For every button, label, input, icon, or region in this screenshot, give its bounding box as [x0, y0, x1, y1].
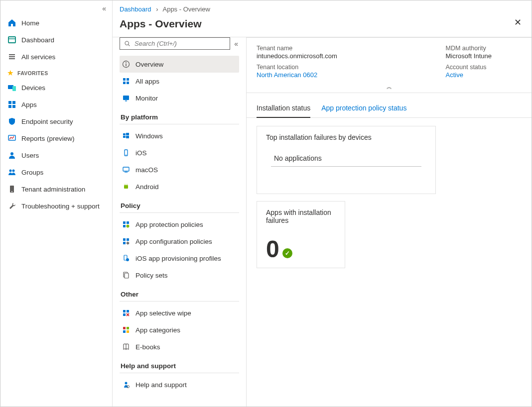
- svg-rect-36: [124, 185, 128, 189]
- svg-rect-40: [127, 221, 129, 224]
- svg-rect-7: [8, 101, 11, 104]
- nav-label: Devices: [21, 84, 45, 92]
- section-other: Other: [120, 284, 239, 302]
- subnav-monitor[interactable]: Monitor: [120, 90, 239, 106]
- close-button[interactable]: ✕: [511, 17, 525, 28]
- subnav-app-categories[interactable]: App categories: [120, 321, 239, 338]
- subnav-windows[interactable]: Windows: [120, 127, 239, 144]
- nav-users[interactable]: Users: [0, 147, 112, 164]
- subnav-ios[interactable]: iOS: [120, 144, 239, 161]
- user-icon: [7, 151, 16, 160]
- svg-point-17: [125, 41, 129, 45]
- subnav-selective-wipe[interactable]: App selective wipe: [120, 305, 239, 321]
- mdm-authority-label: MDM authority: [446, 45, 492, 52]
- nav-all-services[interactable]: All services: [0, 48, 112, 65]
- app-config-icon: [122, 237, 131, 246]
- home-icon: [7, 18, 16, 27]
- search-box[interactable]: [120, 37, 230, 50]
- svg-rect-55: [123, 313, 126, 316]
- nav-tenant-admin[interactable]: Tenant administration: [0, 181, 112, 198]
- subnav-label: Windows: [135, 132, 163, 140]
- svg-rect-45: [123, 242, 126, 244]
- subnav-overview[interactable]: Overview: [120, 56, 239, 73]
- info-icon: [122, 60, 131, 69]
- tab-app-protection-status[interactable]: App protection policy status: [321, 104, 406, 117]
- categories-icon: [122, 325, 131, 334]
- primary-sidebar: « Home Dashboard All services ★ FAVORITE…: [0, 0, 113, 407]
- svg-point-60: [125, 382, 128, 385]
- svg-rect-29: [126, 133, 129, 135]
- nav-dashboard[interactable]: Dashboard: [0, 31, 112, 48]
- subpanel-collapse-button[interactable]: «: [233, 40, 239, 48]
- svg-rect-0: [8, 37, 15, 43]
- tab-bar: Installation status App protection polic…: [247, 93, 532, 118]
- nav-label: Home: [21, 19, 39, 27]
- account-status-value[interactable]: Active: [446, 71, 492, 79]
- subnav-ios-provisioning[interactable]: iOS app provisioning profiles: [120, 250, 239, 267]
- nav-devices[interactable]: Devices: [0, 79, 112, 96]
- subnav-label: Policy sets: [135, 272, 168, 279]
- svg-rect-22: [123, 78, 126, 81]
- nav-label: All services: [21, 53, 55, 61]
- svg-rect-41: [123, 225, 126, 227]
- page-title: Apps - Overview: [113, 15, 209, 37]
- subnav-label: Android: [135, 183, 159, 191]
- sidebar-collapse-button[interactable]: «: [0, 4, 112, 14]
- nav-label: Reports (preview): [21, 135, 75, 142]
- nav-troubleshooting[interactable]: Troubleshooting + support: [0, 198, 112, 214]
- svg-point-33: [126, 154, 127, 155]
- nav-home[interactable]: Home: [0, 14, 112, 31]
- svg-line-18: [129, 45, 130, 46]
- search-input[interactable]: [134, 40, 226, 47]
- subnav-help-support[interactable]: Help and support: [120, 376, 239, 393]
- tenant-admin-icon: [7, 185, 16, 194]
- subnav-app-protection[interactable]: App protection policies: [120, 216, 239, 233]
- subnav-label: iOS app provisioning profiles: [135, 255, 221, 262]
- secondary-sidebar: « Overview All apps: [113, 37, 247, 407]
- svg-rect-34: [123, 167, 129, 171]
- wrench-icon: [7, 202, 16, 210]
- svg-rect-58: [123, 330, 126, 333]
- svg-rect-52: [125, 273, 129, 278]
- monitor-icon: [122, 94, 131, 102]
- subnav-label: App categories: [135, 326, 180, 334]
- mdm-authority-value: Microsoft Intune: [446, 52, 492, 60]
- nav-endpoint-security[interactable]: Endpoint security: [0, 113, 112, 130]
- groups-icon: [7, 168, 16, 177]
- svg-rect-25: [127, 82, 129, 84]
- section-by-platform: By platform: [120, 106, 239, 124]
- shield-icon: [7, 117, 16, 126]
- svg-rect-43: [123, 238, 126, 241]
- nav-reports[interactable]: Reports (preview): [0, 130, 112, 147]
- subnav-app-config[interactable]: App configuration policies: [120, 233, 239, 250]
- tenant-collapse-button[interactable]: ︽: [247, 83, 532, 93]
- svg-point-20: [126, 62, 127, 63]
- nav-apps[interactable]: Apps: [0, 96, 112, 113]
- tenant-location-label: Tenant location: [257, 64, 337, 71]
- svg-rect-54: [127, 310, 129, 312]
- ios-icon: [122, 148, 131, 157]
- breadcrumb-root[interactable]: Dashboard: [120, 5, 151, 13]
- subnav-all-apps[interactable]: All apps: [120, 73, 239, 90]
- failures-count-value: 0: [266, 239, 279, 260]
- subnav-policy-sets[interactable]: Policy sets: [120, 267, 239, 284]
- subnav-label: Help and support: [135, 381, 187, 389]
- svg-rect-26: [123, 96, 129, 100]
- tenant-location-value[interactable]: North American 0602: [257, 71, 337, 79]
- nav-label: Troubleshooting + support: [21, 203, 100, 210]
- svg-rect-23: [127, 78, 129, 81]
- subnav-label: Monitor: [135, 95, 158, 102]
- svg-rect-24: [123, 82, 126, 84]
- subnav-label: App configuration policies: [135, 238, 212, 245]
- subnav-ebooks[interactable]: E-books: [120, 338, 239, 355]
- tab-installation-status[interactable]: Installation status: [257, 104, 310, 118]
- account-status-label: Account status: [446, 64, 492, 71]
- subnav-android[interactable]: Android: [120, 178, 239, 195]
- svg-rect-28: [123, 133, 126, 135]
- subnav-label: macOS: [135, 166, 158, 174]
- nav-groups[interactable]: Groups: [0, 164, 112, 181]
- subnav-macos[interactable]: macOS: [120, 161, 239, 178]
- book-icon: [122, 342, 131, 351]
- reports-icon: [7, 134, 16, 143]
- svg-rect-27: [125, 101, 127, 102]
